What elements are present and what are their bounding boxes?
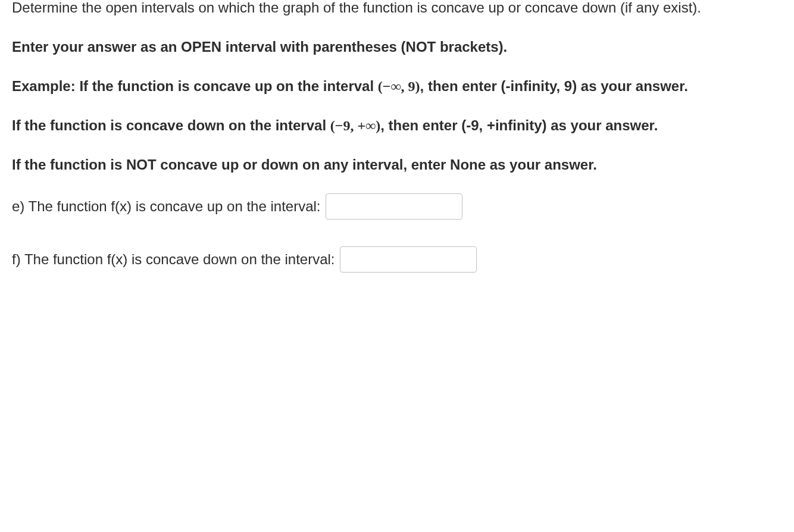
intro-text-1: Determine the open intervals on which th… (12, 0, 701, 15)
concave-up-input[interactable] (326, 193, 462, 220)
example-paragraph-1: Example: If the function is concave up o… (12, 76, 782, 97)
none-rule-paragraph: If the function is NOT concave up or dow… (12, 154, 782, 176)
none-rule-text: If the function is NOT concave up or dow… (12, 157, 597, 173)
intro-paragraph-2: Enter your answer as an OPEN interval wi… (12, 36, 782, 58)
question-e-row: e) The function f(x) is concave up on th… (12, 193, 782, 220)
example1-pre: Example: If the function is concave up o… (12, 78, 378, 94)
intro-paragraph-1: Determine the open intervals on which th… (12, 0, 782, 18)
example1-post: , then enter (-infinity, 9) as your answ… (420, 78, 688, 94)
question-f-row: f) The function f(x) is concave down on … (12, 246, 782, 273)
concave-down-input[interactable] (340, 246, 477, 273)
example2-math: (−9, +∞) (330, 115, 380, 136)
question-f-label: f) The function f(x) is concave down on … (12, 249, 335, 270)
question-e-label: e) The function f(x) is concave up on th… (12, 196, 321, 217)
example2-pre: If the function is concave down on the i… (12, 117, 330, 133)
example2-post: , then enter (-9, +infinity) as your ans… (380, 117, 658, 133)
example1-math: (−∞, 9) (378, 76, 420, 97)
example-paragraph-2: If the function is concave down on the i… (12, 115, 782, 136)
intro-text-2: Enter your answer as an OPEN interval wi… (12, 39, 507, 55)
